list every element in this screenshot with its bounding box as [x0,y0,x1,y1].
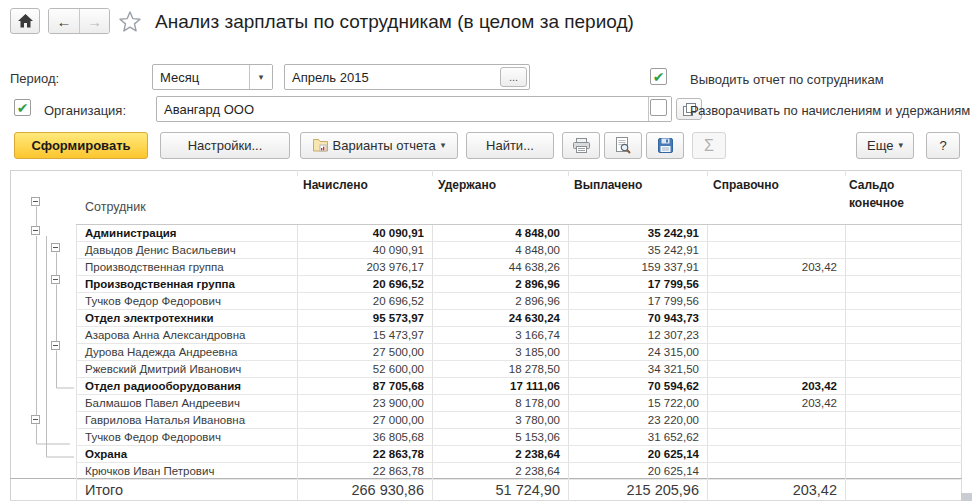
cell-name: Азарова Анна Александровна [76,327,297,343]
cell-accrued: 22 863,78 [297,446,432,462]
settings-button[interactable]: Настройки... [160,132,290,159]
nav-history-group: ← → [48,8,110,34]
period-picker-button[interactable]: ... [500,67,527,87]
favorite-button[interactable] [117,9,143,35]
table-row[interactable]: Тучков Федор Федорович36 805,685 153,063… [76,429,962,446]
total-accrued: 266 930,86 [297,479,432,500]
ellipsis-icon: ... [509,71,518,83]
total-withheld: 51 724,90 [432,479,568,500]
save-button[interactable] [646,132,684,159]
table-row[interactable]: Тучков Федор Федорович20 696,522 896,961… [76,293,962,310]
cell-accrued: 27 000,00 [297,412,432,428]
by-employees-checkbox[interactable]: ✔ [650,68,667,85]
collapse-toggle-group[interactable] [51,243,60,252]
cell-paid: 17 799,56 [568,276,707,292]
back-button[interactable]: ← [49,9,79,33]
col-header-reference[interactable]: Справочно [713,178,779,192]
cell-balance [845,429,962,445]
cell-reference [707,412,845,428]
cell-name: Ржевский Дмитрий Иванович [76,361,297,377]
period-value-input[interactable]: Апрель 2015 ... [284,64,530,90]
cell-balance [845,225,962,241]
cell-balance [845,446,962,462]
table-row[interactable]: Охрана22 863,782 238,6420 625,14 [76,446,962,463]
help-button[interactable]: ? [926,132,960,159]
table-row[interactable]: Производственная группа20 696,522 896,96… [76,276,962,293]
find-button[interactable]: Найти... [466,132,554,159]
forward-icon: → [87,13,102,30]
cell-accrued: 52 600,00 [297,361,432,377]
print-button[interactable] [562,132,600,159]
col-header-paid[interactable]: Выплачено [574,178,642,192]
period-type-dropdown-button[interactable]: ▾ [249,65,272,89]
cell-paid: 35 242,91 [568,225,707,241]
cell-paid: 12 307,23 [568,327,707,343]
report-rows: Администрация40 090,914 848,0035 242,91Д… [76,225,962,480]
cell-withheld: 44 638,26 [432,259,568,275]
cell-reference [707,344,845,360]
table-row[interactable]: Ржевский Дмитрий Иванович52 600,0018 278… [76,361,962,378]
table-row[interactable]: Давыдов Денис Васильевич40 090,914 848,0… [76,242,962,259]
sum-button[interactable]: Σ [692,132,726,159]
app-window: ← → Анализ зарплаты по сотрудникам (в це… [0,0,972,501]
collapse-toggle-root[interactable] [31,197,40,206]
cell-paid: 34 321,50 [568,361,707,377]
cell-accrued: 22 863,78 [297,463,432,479]
expand-label[interactable]: Разворачивать по начислениям и удержания… [690,103,970,118]
save-icon [658,138,673,153]
cell-reference [707,446,845,462]
cell-withheld: 5 153,06 [432,429,568,445]
table-row[interactable]: Крючков Иван Петрович22 863,782 238,6420… [76,463,962,480]
cell-withheld: 2 238,64 [432,446,568,462]
cell-withheld: 3 166,74 [432,327,568,343]
cell-paid: 31 652,62 [568,429,707,445]
col-header-balance-line2[interactable]: конечное [849,196,904,210]
collapse-toggle-group[interactable] [51,275,60,284]
cell-reference: 203,42 [707,259,845,275]
cell-reference [707,310,845,326]
org-input[interactable]: Авангард ООО ▾ [156,96,672,122]
cell-name: Охрана [76,446,297,462]
cell-balance [845,276,962,292]
preview-button[interactable] [604,132,642,159]
report-variants-icon [313,139,328,152]
total-row[interactable]: Итого 266 930,86 51 724,90 215 205,96 20… [76,479,962,500]
table-row[interactable]: Балмашов Павел Андреевич23 900,008 178,0… [76,395,962,412]
collapse-toggle-group[interactable] [31,415,40,424]
cell-reference [707,242,845,258]
collapse-toggle-group[interactable] [31,226,40,235]
report-variants-button[interactable]: Варианты отчета ▾ [300,132,458,159]
cell-accrued: 40 090,91 [297,225,432,241]
table-row[interactable]: Отдел радиооборудования87 705,6817 111,0… [76,378,962,395]
cell-accrued: 27 500,00 [297,344,432,360]
table-row[interactable]: Производственная группа203 976,1744 638,… [76,259,962,276]
table-row[interactable]: Администрация40 090,914 848,0035 242,91 [76,225,962,242]
col-header-employee[interactable]: Сотрудник [85,200,146,214]
cell-accrued: 95 573,97 [297,310,432,326]
table-row[interactable]: Азарова Анна Александровна15 473,973 166… [76,327,962,344]
col-header-accrued[interactable]: Начислено [303,178,368,192]
table-row[interactable]: Гаврилова Наталья Ивановна27 000,003 780… [76,412,962,429]
col-header-balance-line1[interactable]: Сальдо [849,178,894,192]
home-icon [18,14,33,28]
home-button[interactable] [10,8,40,34]
cell-withheld: 3 185,00 [432,344,568,360]
grouping-tree-lines [0,170,76,501]
period-type-select[interactable]: Месяц ▾ [152,64,273,90]
period-label: Период: [10,71,59,86]
expand-checkbox[interactable] [650,99,667,116]
cell-withheld: 2 238,64 [432,463,568,479]
total-balance [845,479,962,500]
col-header-withheld[interactable]: Удержано [438,178,496,192]
more-button[interactable]: Еще ▾ [856,132,914,159]
org-checkbox[interactable]: ✔ [14,99,31,116]
generate-button[interactable]: Сформировать [14,132,148,159]
by-employees-label[interactable]: Выводить отчет по сотрудникам [690,72,884,87]
forward-button[interactable]: → [79,9,109,33]
cell-withheld: 18 278,50 [432,361,568,377]
cell-accrued: 20 696,52 [297,276,432,292]
table-row[interactable]: Отдел электротехники95 573,9724 630,2470… [76,310,962,327]
table-row[interactable]: Дурова Надежда Андреевна27 500,003 185,0… [76,344,962,361]
scroll-grip[interactable] [961,493,972,501]
collapse-toggle-group[interactable] [51,341,60,350]
